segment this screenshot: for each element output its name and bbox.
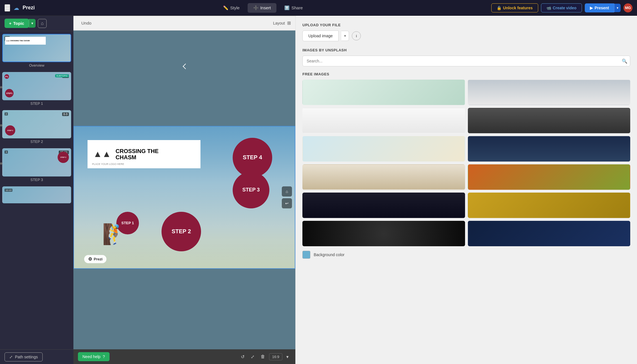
background-color-swatch[interactable] — [302, 251, 310, 259]
image-thumb-9[interactable] — [302, 193, 465, 218]
nav-left-group: ☰ ☁ Prezi — [0, 4, 39, 12]
presentation-area[interactable]: ▲▲ CROSSING THE CHASM PLACE YOUR LOGO HE… — [73, 126, 295, 269]
image-thumb-4[interactable] — [468, 108, 631, 133]
slide-item-overview[interactable]: 1 ▲▲ CROSSING THE CHASM S4 S3 S2 S1 Over… — [2, 34, 71, 67]
climber-figure: 🧗 — [102, 223, 127, 246]
panel-body: UPLOAD YOUR FILE Upload image ▾ i IMAGES… — [296, 17, 637, 264]
background-color-section: Background color — [302, 251, 630, 259]
image-thumb-7[interactable] — [302, 164, 465, 190]
step2-circle-mini: STEP 2 — [5, 125, 15, 136]
topic-dropdown-button[interactable]: ▾ — [29, 19, 36, 28]
avatar: MG — [623, 3, 632, 12]
slide-label-step3: STEP 3 — [2, 178, 71, 182]
reset-button[interactable]: ↺ — [239, 353, 247, 361]
slide-item-step3[interactable]: 10-11 3 STEP 3 STEP 3 — [2, 148, 71, 182]
upload-section-label: UPLOAD YOUR FILE — [302, 23, 630, 27]
delete-button[interactable]: 🗑 — [258, 353, 267, 360]
prezi-logo-icon: ⚙ — [88, 256, 92, 262]
need-help-button[interactable]: Need help ? — [78, 352, 110, 361]
search-input[interactable] — [302, 56, 630, 66]
images-grid — [302, 80, 630, 246]
step4-circle: STEP 4 — [233, 138, 272, 177]
play-icon: ▶ — [590, 6, 593, 10]
bottom-right-bar: Need help ? ↺ ⤢ 🗑 16:9 ▾ — [73, 349, 295, 364]
video-icon: 📹 — [546, 6, 551, 10]
logo-placeholder: PLACE YOUR LOGO HERE — [92, 163, 124, 165]
image-thumb-11[interactable] — [302, 221, 465, 246]
aspect-ratio-button[interactable]: 16:9 — [269, 353, 282, 360]
upload-dropdown-button[interactable]: ▾ — [341, 31, 349, 41]
layout-label: Layout — [273, 21, 285, 25]
step-badge-1: P1 — [5, 74, 9, 79]
image-thumb-8[interactable] — [468, 164, 631, 190]
slide-thumbnail-step4[interactable]: 12-13 — [2, 186, 71, 203]
left-sidebar: + Topic ▾ ⌂ 1 ▲▲ CROSSING THE CHASM S4 S… — [0, 16, 73, 364]
logo-mountain-icon: ▲▲ — [93, 149, 111, 159]
image-thumb-5[interactable] — [302, 136, 465, 162]
present-dropdown-button[interactable]: ▾ — [614, 4, 621, 12]
slide-item-step2[interactable]: 8-9 2 STEP 2 STEP 2 — [2, 110, 71, 144]
slide-thumbnail-step1[interactable]: 2-7 P1 SUBTOPIC STEP1 — [2, 72, 71, 100]
menu-button[interactable]: ☰ — [5, 4, 10, 12]
top-navigation: ☰ ☁ Prezi ✏️ Style ➕ Insert ⬆️ Share 🔒 U… — [0, 0, 637, 16]
path-settings-button[interactable]: ⤢ Path settings — [5, 352, 43, 361]
ratio-dropdown-button[interactable]: ▾ — [284, 353, 291, 361]
plus-icon: + — [9, 21, 12, 26]
cursor-indicator — [184, 64, 187, 68]
slide-item-step4[interactable]: 12-13 — [2, 186, 71, 203]
search-button[interactable]: 🔍 — [622, 58, 627, 64]
slide-dot-1 — [0, 86, 2, 88]
step2-circle: STEP 2 — [162, 212, 201, 251]
main-canvas: ▲▲ CROSSING THE CHASM PLACE YOUR LOGO HE… — [73, 30, 295, 364]
topic-button[interactable]: + Topic — [5, 19, 29, 28]
image-thumb-6[interactable] — [468, 136, 631, 162]
unlock-features-button[interactable]: 🔒 Unlock features — [491, 3, 538, 12]
search-area: 🔍 — [302, 56, 630, 66]
layout-icon: ⊞ — [287, 20, 291, 26]
help-icon: ? — [103, 354, 105, 359]
logo-box: ▲▲ CROSSING THE CHASM PLACE YOUR LOGO HE… — [88, 140, 200, 168]
style-button[interactable]: ✏️ Style — [217, 3, 245, 13]
canvas-back-button[interactable]: ↩ — [282, 198, 292, 208]
create-video-button[interactable]: 📹 Create video — [541, 3, 582, 12]
insert-button[interactable]: ➕ Insert — [248, 3, 277, 13]
image-thumb-2[interactable] — [468, 80, 631, 105]
lock-icon: 🔒 — [497, 6, 501, 10]
undo-button[interactable]: Undo — [78, 19, 95, 27]
step1-circle-mini: STEP1 — [5, 89, 14, 97]
canvas-home-button[interactable]: ⌂ — [282, 186, 292, 197]
upload-area: Upload image ▾ i — [302, 30, 630, 41]
slide-thumbnail-step2[interactable]: 8-9 2 STEP 2 — [2, 110, 71, 138]
slide-label-overview: Overview — [2, 63, 71, 67]
layout-area: Layout ⊞ — [273, 20, 291, 26]
unsplash-section-label: IMAGES BY UNSPLASH — [302, 48, 630, 52]
upload-image-button[interactable]: Upload image — [302, 30, 339, 41]
slide-item-step1[interactable]: 2-7 P1 SUBTOPIC STEP1 STEP 1 — [2, 72, 71, 106]
present-button-group: ▶ Present ▾ — [585, 3, 621, 12]
slide-thumbnail-step3[interactable]: 10-11 3 STEP 3 — [2, 148, 71, 176]
image-thumb-1[interactable] — [302, 80, 465, 105]
style-icon: ✏️ — [223, 5, 228, 10]
slide-item-wrapper-4: 10-11 3 STEP 3 STEP 3 — [2, 148, 71, 182]
share-button[interactable]: ⬆️ Share — [279, 3, 308, 13]
topic-button-group: + Topic ▾ — [5, 19, 36, 28]
slide-thumbnail-overview[interactable]: 1 ▲▲ CROSSING THE CHASM S4 S3 S2 S1 — [2, 34, 71, 62]
expand-button[interactable]: ⤢ — [248, 353, 257, 361]
present-button[interactable]: ▶ Present — [585, 3, 614, 12]
search-wrapper: 🔍 — [302, 56, 630, 66]
step3-circle-mini: STEP 3 — [58, 152, 69, 163]
slide-item-wrapper-1: 1 ▲▲ CROSSING THE CHASM S4 S3 S2 S1 Over… — [2, 34, 71, 67]
image-thumb-12[interactable] — [468, 221, 631, 246]
bottom-controls-group: ↺ ⤢ 🗑 16:9 ▾ — [239, 353, 291, 361]
image-thumb-10[interactable] — [468, 193, 631, 218]
home-button[interactable]: ⌂ — [38, 19, 47, 28]
nav-center-group: ✏️ Style ➕ Insert ⬆️ Share — [39, 3, 487, 13]
nav-right-group: 🔒 Unlock features 📹 Create video ▶ Prese… — [487, 3, 637, 12]
step3-circle: STEP 3 — [233, 172, 269, 208]
slide-dot-2 — [0, 124, 2, 127]
slide-item-wrapper-3: 8-9 2 STEP 2 STEP 2 — [2, 110, 71, 144]
step-num-badge-3: 3 — [5, 151, 8, 154]
info-button[interactable]: i — [352, 31, 361, 40]
share-icon: ⬆️ — [284, 5, 290, 10]
image-thumb-3[interactable] — [302, 108, 465, 133]
